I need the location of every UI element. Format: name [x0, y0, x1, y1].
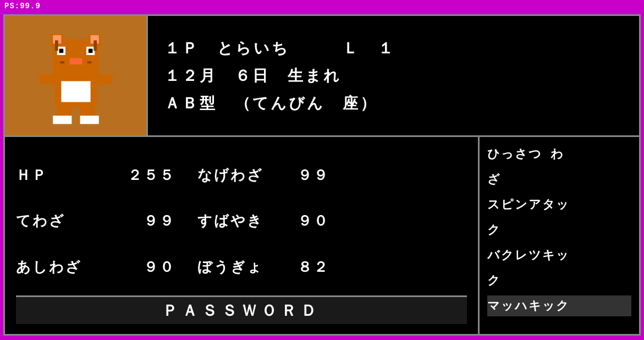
birthday-line: １２月 ６日 生まれ: [164, 65, 623, 86]
stat-value-subayaki: ９０: [296, 211, 329, 231]
svg-rect-11: [60, 61, 64, 63]
svg-rect-21: [80, 116, 98, 124]
svg-rect-17: [61, 81, 90, 102]
top-section: １Ｐ とらいち Ｌ １ １２月 ６日 生まれ ＡＢ型 （てんびん 座）: [5, 16, 639, 137]
stat-label-tewaza: てわざ: [16, 211, 126, 231]
bottom-section: ＨＰ ２５５ なげわざ ９９ てわざ ９９ すばやき ９０ あしわざ ９０ ぼう…: [5, 137, 639, 334]
stat-label-ashiwaza: あしわざ: [16, 257, 126, 277]
bloodtype-line: ＡＢ型 （てんびん 座）: [164, 93, 623, 114]
svg-rect-20: [53, 116, 71, 124]
game-container: １Ｐ とらいち Ｌ １ １２月 ６日 生まれ ＡＢ型 （てんびん 座） ＨＰ ２…: [3, 14, 641, 336]
stat-value-hp: ２５５: [126, 166, 175, 185]
move-item-2b: ク: [487, 220, 631, 240]
stat-value-tewaza: ９９: [126, 211, 175, 231]
stats-content: ＨＰ ２５５ なげわざ ９９ てわざ ９９ すばやき ９０ あしわざ ９０ ぼう…: [16, 147, 467, 295]
stat-label-subayaki: すばやき: [197, 211, 296, 231]
move-item-3: バクレツキッ: [487, 245, 631, 266]
move-item-3b: ク: [487, 270, 631, 291]
title-bar: PS:99.9: [0, 0, 644, 12]
svg-rect-9: [88, 48, 92, 53]
move-item-4: マッハキック: [487, 295, 631, 316]
stat-label-bougio: ぼうぎょ: [197, 257, 296, 277]
svg-rect-14: [93, 40, 97, 51]
svg-rect-12: [87, 61, 91, 63]
character-portrait: [5, 16, 148, 135]
svg-rect-8: [59, 48, 63, 53]
stat-label-nagewaza: なげわざ: [197, 166, 296, 185]
stat-value-nagewaza: ９９: [296, 166, 329, 185]
character-info: １Ｐ とらいち Ｌ １ １２月 ６日 生まれ ＡＢ型 （てんびん 座）: [148, 16, 639, 135]
move-item-1: ひっさつ わ: [487, 144, 631, 164]
stat-row-hp: ＨＰ ２５５ なげわざ ９９: [16, 166, 467, 185]
stat-row-ashiwaza: あしわざ ９０ ぼうぎょ ８２: [16, 257, 467, 277]
svg-rect-10: [69, 58, 82, 64]
svg-rect-16: [96, 74, 112, 84]
player-info-line1: １Ｐ とらいち Ｌ １: [164, 38, 623, 59]
stat-value-ashiwaza: ９０: [126, 257, 175, 277]
move-item-1b: ざ: [487, 169, 631, 190]
stats-panel: ＨＰ ２５５ なげわざ ９９ てわざ ９９ すばやき ９０ あしわざ ９０ ぼう…: [5, 137, 480, 334]
stat-label-hp: ＨＰ: [16, 166, 126, 185]
svg-rect-13: [55, 40, 58, 51]
password-text: ＰＡＳＳＷＯＲＤ: [162, 300, 321, 321]
stat-row-tewaza: てわざ ９９ すばやき ９０: [16, 211, 467, 231]
svg-rect-15: [39, 74, 56, 84]
moves-panel: ひっさつ わ ざ スピンアタッ ク バクレツキッ ク マッハキック: [480, 137, 639, 334]
title-text: PS:99.9: [4, 2, 41, 10]
password-bar: ＰＡＳＳＷＯＲＤ: [16, 295, 467, 324]
stat-value-bougio: ８２: [296, 257, 329, 277]
character-sprite: [21, 24, 131, 128]
move-item-2: スピンアタッ: [487, 194, 631, 215]
